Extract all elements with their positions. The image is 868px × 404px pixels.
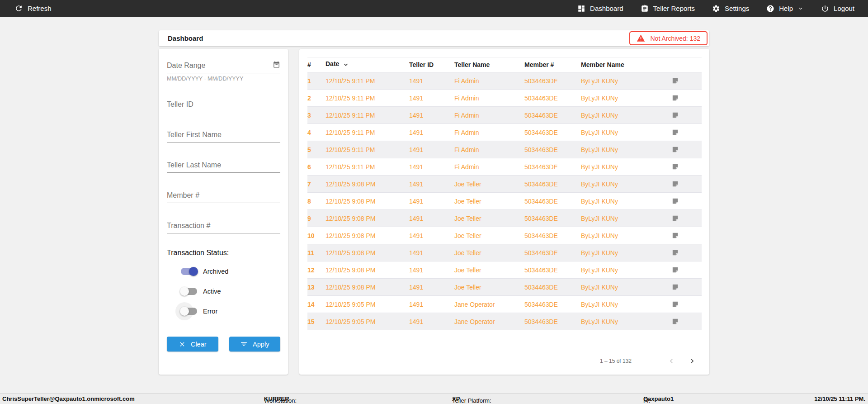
status-bar: ChrisSuperTeller@Qaxpauto1.onmicrosoft.c… [0,393,868,404]
cell-member-number: 5034463DE [524,129,581,136]
column-header-teller-id[interactable]: Teller ID [409,61,454,68]
calendar-icon[interactable] [273,61,280,70]
nav-help[interactable]: Help [766,5,804,13]
previous-page-button[interactable] [667,356,676,366]
note-icon[interactable] [671,163,679,171]
table-row[interactable]: 8 12/10/25 9:08 PM 1491 Joe Teller 50344… [307,193,702,210]
teller-first-name-input[interactable] [167,130,280,143]
filter-icon [240,340,248,348]
table-row[interactable]: 10 12/10/25 9:08 PM 1491 Joe Teller 5034… [307,227,702,244]
status-timestamp: 12/10/25 11:11 PM. [814,395,865,402]
table-row[interactable]: 2 12/10/25 9:11 PM 1491 Fi Admin 5034463… [307,90,702,107]
note-icon[interactable] [671,266,679,274]
cell-teller-name: Joe Teller [454,215,524,222]
refresh-icon [14,4,23,13]
nav-logout[interactable]: Logout [821,5,854,13]
active-toggle-label: Active [203,288,221,295]
table-row[interactable]: 13 12/10/25 9:08 PM 1491 Joe Teller 5034… [307,279,702,296]
status-teller-platform: Teller Platform: XP [452,395,460,402]
cell-member-name: ByLyJI KUNy [581,284,669,291]
cell-teller-id: 1491 [409,232,454,239]
status-workstation: Workstation: KURRER [264,395,289,402]
error-toggle[interactable] [181,308,197,315]
clipboard-icon [641,5,649,13]
help-icon [766,5,774,13]
table-header-row: #Date Teller IDTeller NameMember #Member… [307,57,702,72]
cell-row-number: 10 [307,232,326,239]
transaction-status-toggles: Archived Active Error [167,266,280,317]
cell-member-number: 5034463DE [524,232,581,239]
note-icon[interactable] [671,111,679,119]
cell-row-number: 15 [307,318,326,325]
note-icon[interactable] [671,77,679,85]
note-icon[interactable] [671,180,679,188]
table-body: 1 12/10/25 9:11 PM 1491 Fi Admin 5034463… [307,72,702,330]
pagination-range: 1 – 15 of 132 [600,358,632,364]
note-icon[interactable] [671,94,679,102]
cell-member-name: ByLyJI KUNy [581,77,669,85]
note-icon[interactable] [671,283,679,291]
cell-member-name: ByLyJI KUNy [581,95,669,102]
teller-last-name-input[interactable] [167,160,280,173]
teller-id-input[interactable] [167,100,280,112]
cell-member-number: 5034463DE [524,146,581,153]
table-row[interactable]: 11 12/10/25 9:08 PM 1491 Joe Teller 5034… [307,244,702,261]
cell-teller-id: 1491 [409,284,454,291]
table-row[interactable]: 15 12/10/25 9:05 PM 1491 Jane Operator 5… [307,313,702,330]
note-icon[interactable] [671,214,679,222]
table-row[interactable]: 12 12/10/25 9:08 PM 1491 Joe Teller 5034… [307,261,702,279]
cell-member-name: ByLyJI KUNy [581,181,669,188]
column-header-num[interactable]: # [307,61,326,68]
cell-teller-name: Joe Teller [454,249,524,257]
refresh-button[interactable]: Refresh [14,4,52,13]
cell-teller-id: 1491 [409,266,454,274]
cell-teller-name: Fi Admin [454,77,524,85]
sort-desc-icon [340,62,349,70]
table-row[interactable]: 9 12/10/25 9:08 PM 1491 Joe Teller 50344… [307,210,702,227]
cell-date: 12/10/25 9:08 PM [326,249,409,257]
apply-button[interactable]: Apply [229,337,281,352]
nav-teller-reports[interactable]: Teller Reports [641,5,695,13]
clear-button[interactable]: Clear [167,337,218,352]
cell-teller-name: Jane Operator [454,301,524,308]
cell-date: 12/10/25 9:11 PM [326,77,409,85]
dashboard-icon [577,5,585,13]
date-range-input[interactable] [167,61,280,73]
table-row[interactable]: 7 12/10/25 9:08 PM 1491 Joe Teller 50344… [307,176,702,193]
not-archived-badge[interactable]: Not Archived: 132 [629,31,708,45]
member-input[interactable] [167,190,280,203]
transaction-input[interactable] [167,221,280,233]
cell-row-number: 5 [307,146,326,153]
table-row[interactable]: 4 12/10/25 9:11 PM 1491 Fi Admin 5034463… [307,124,702,141]
gear-icon [712,5,720,13]
table-row[interactable]: 14 12/10/25 9:05 PM 1491 Jane Operator 5… [307,296,702,313]
table-row[interactable]: 1 12/10/25 9:11 PM 1491 Fi Admin 5034463… [307,72,702,90]
cell-row-number: 12 [307,266,326,274]
next-page-button[interactable] [688,356,697,366]
note-icon[interactable] [671,146,679,153]
nav-dashboard[interactable]: Dashboard [577,5,623,13]
note-icon[interactable] [671,197,679,205]
note-icon[interactable] [671,300,679,308]
note-icon[interactable] [671,249,679,257]
column-header-member-name[interactable]: Member Name [581,61,669,68]
table-row[interactable]: 6 12/10/25 9:11 PM 1491 Fi Admin 5034463… [307,158,702,176]
date-range-field-wrap [167,61,280,73]
status-user: ChrisSuperTeller@Qaxpauto1.onmicrosoft.c… [2,395,135,402]
note-icon[interactable] [671,318,679,325]
nav-settings[interactable]: Settings [712,5,749,13]
nav-logout-label: Logout [834,5,854,12]
cell-date: 12/10/25 9:08 PM [326,232,409,239]
note-icon[interactable] [671,232,679,239]
cell-row-number: 1 [307,77,326,85]
cell-date: 12/10/25 9:08 PM [326,181,409,188]
note-icon[interactable] [671,128,679,136]
table-row[interactable]: 5 12/10/25 9:11 PM 1491 Fi Admin 5034463… [307,141,702,158]
table-row[interactable]: 3 12/10/25 9:11 PM 1491 Fi Admin 5034463… [307,107,702,124]
column-header-member[interactable]: Member # [524,61,581,68]
column-header-teller-name[interactable]: Teller Name [454,61,524,68]
column-header-date[interactable]: Date [326,60,409,70]
archived-toggle[interactable] [181,268,197,275]
nav-settings-label: Settings [725,5,749,12]
active-toggle[interactable] [181,288,197,295]
